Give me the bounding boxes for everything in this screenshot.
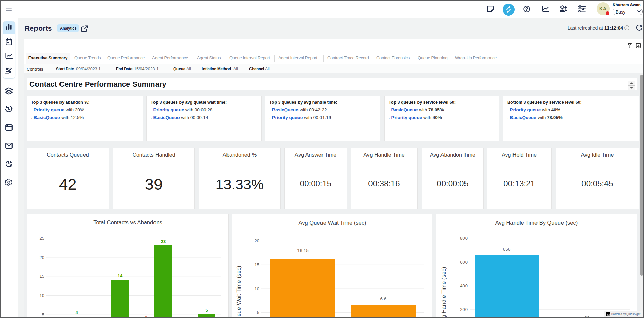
svg-text:400: 400 [460, 283, 468, 288]
svg-text:20: 20 [40, 255, 44, 260]
svg-text:Avg Queue Wait Time (sec): Avg Queue Wait Time (sec) [236, 266, 242, 318]
svg-text:15: 15 [255, 262, 259, 267]
svg-text:600: 600 [460, 260, 468, 265]
svg-text:Total Contacts vs Abandons: Total Contacts vs Abandons [93, 219, 162, 226]
svg-text:20: 20 [255, 238, 259, 243]
svg-text:4: 4 [75, 310, 78, 315]
svg-text:15: 15 [40, 274, 44, 279]
svg-text:16.15: 16.15 [297, 248, 309, 253]
svg-text:5: 5 [42, 312, 44, 317]
svg-text:23: 23 [161, 239, 166, 244]
svg-text:800: 800 [460, 236, 468, 241]
svg-text:6.6: 6.6 [380, 296, 387, 301]
svg-text:10: 10 [40, 293, 44, 298]
svg-text:5: 5 [205, 308, 208, 313]
svg-text:Avg Handle Time By Queue (sec): Avg Handle Time By Queue (sec) [495, 220, 578, 226]
svg-text:Avg Queue Wait Time (sec): Avg Queue Wait Time (sec) [299, 220, 366, 226]
svg-text:14: 14 [118, 273, 123, 279]
svg-text:25: 25 [40, 236, 44, 241]
svg-text:10: 10 [255, 286, 259, 291]
svg-text:656: 656 [503, 247, 511, 252]
svg-text:5: 5 [257, 310, 259, 315]
svg-text:Avg Handle Time (sec): Avg Handle Time (sec) [440, 267, 447, 318]
svg-text:200: 200 [460, 307, 468, 312]
